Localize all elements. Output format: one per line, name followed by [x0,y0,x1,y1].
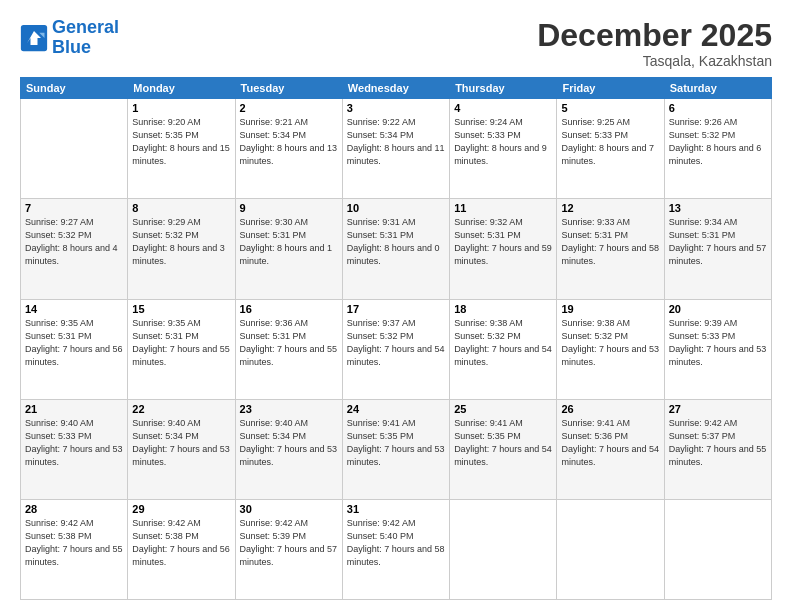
day-number: 9 [240,202,338,214]
location: Tasqala, Kazakhstan [537,53,772,69]
day-info: Sunrise: 9:38 AMSunset: 5:32 PMDaylight:… [561,318,659,367]
col-sunday: Sunday [21,78,128,99]
day-info: Sunrise: 9:25 AMSunset: 5:33 PMDaylight:… [561,117,654,166]
table-row: 24Sunrise: 9:41 AMSunset: 5:35 PMDayligh… [342,399,449,499]
table-row: 2Sunrise: 9:21 AMSunset: 5:34 PMDaylight… [235,99,342,199]
table-row: 26Sunrise: 9:41 AMSunset: 5:36 PMDayligh… [557,399,664,499]
table-row: 3Sunrise: 9:22 AMSunset: 5:34 PMDaylight… [342,99,449,199]
calendar-table: Sunday Monday Tuesday Wednesday Thursday… [20,77,772,600]
logo: General Blue [20,18,119,58]
logo-icon [20,24,48,52]
table-row: 21Sunrise: 9:40 AMSunset: 5:33 PMDayligh… [21,399,128,499]
day-info: Sunrise: 9:40 AMSunset: 5:34 PMDaylight:… [132,418,230,467]
table-row: 27Sunrise: 9:42 AMSunset: 5:37 PMDayligh… [664,399,771,499]
day-number: 27 [669,403,767,415]
table-row: 17Sunrise: 9:37 AMSunset: 5:32 PMDayligh… [342,299,449,399]
table-row: 13Sunrise: 9:34 AMSunset: 5:31 PMDayligh… [664,199,771,299]
day-number: 26 [561,403,659,415]
day-info: Sunrise: 9:21 AMSunset: 5:34 PMDaylight:… [240,117,338,166]
table-row [450,499,557,599]
day-info: Sunrise: 9:24 AMSunset: 5:33 PMDaylight:… [454,117,547,166]
table-row: 30Sunrise: 9:42 AMSunset: 5:39 PMDayligh… [235,499,342,599]
day-number: 8 [132,202,230,214]
table-row: 15Sunrise: 9:35 AMSunset: 5:31 PMDayligh… [128,299,235,399]
table-row: 1Sunrise: 9:20 AMSunset: 5:35 PMDaylight… [128,99,235,199]
table-row: 11Sunrise: 9:32 AMSunset: 5:31 PMDayligh… [450,199,557,299]
day-info: Sunrise: 9:41 AMSunset: 5:35 PMDaylight:… [454,418,552,467]
day-info: Sunrise: 9:41 AMSunset: 5:35 PMDaylight:… [347,418,445,467]
header: General Blue December 2025 Tasqala, Kaza… [20,18,772,69]
day-info: Sunrise: 9:34 AMSunset: 5:31 PMDaylight:… [669,217,767,266]
day-number: 22 [132,403,230,415]
table-row: 14Sunrise: 9:35 AMSunset: 5:31 PMDayligh… [21,299,128,399]
table-row: 20Sunrise: 9:39 AMSunset: 5:33 PMDayligh… [664,299,771,399]
day-info: Sunrise: 9:40 AMSunset: 5:33 PMDaylight:… [25,418,123,467]
day-number: 31 [347,503,445,515]
day-number: 15 [132,303,230,315]
day-number: 21 [25,403,123,415]
day-info: Sunrise: 9:42 AMSunset: 5:39 PMDaylight:… [240,518,338,567]
day-info: Sunrise: 9:20 AMSunset: 5:35 PMDaylight:… [132,117,230,166]
table-row [21,99,128,199]
day-number: 25 [454,403,552,415]
day-number: 18 [454,303,552,315]
day-info: Sunrise: 9:42 AMSunset: 5:40 PMDaylight:… [347,518,445,567]
day-number: 3 [347,102,445,114]
day-number: 1 [132,102,230,114]
day-info: Sunrise: 9:42 AMSunset: 5:38 PMDaylight:… [25,518,123,567]
day-info: Sunrise: 9:41 AMSunset: 5:36 PMDaylight:… [561,418,659,467]
day-number: 4 [454,102,552,114]
col-friday: Friday [557,78,664,99]
page: General Blue December 2025 Tasqala, Kaza… [0,0,792,612]
day-info: Sunrise: 9:42 AMSunset: 5:38 PMDaylight:… [132,518,230,567]
day-number: 5 [561,102,659,114]
table-row: 16Sunrise: 9:36 AMSunset: 5:31 PMDayligh… [235,299,342,399]
day-number: 2 [240,102,338,114]
day-number: 17 [347,303,445,315]
day-info: Sunrise: 9:26 AMSunset: 5:32 PMDaylight:… [669,117,762,166]
table-row: 23Sunrise: 9:40 AMSunset: 5:34 PMDayligh… [235,399,342,499]
day-info: Sunrise: 9:29 AMSunset: 5:32 PMDaylight:… [132,217,225,266]
day-number: 10 [347,202,445,214]
table-row: 8Sunrise: 9:29 AMSunset: 5:32 PMDaylight… [128,199,235,299]
day-number: 19 [561,303,659,315]
day-number: 30 [240,503,338,515]
day-info: Sunrise: 9:35 AMSunset: 5:31 PMDaylight:… [132,318,230,367]
col-wednesday: Wednesday [342,78,449,99]
table-row: 31Sunrise: 9:42 AMSunset: 5:40 PMDayligh… [342,499,449,599]
table-row: 4Sunrise: 9:24 AMSunset: 5:33 PMDaylight… [450,99,557,199]
col-saturday: Saturday [664,78,771,99]
day-info: Sunrise: 9:36 AMSunset: 5:31 PMDaylight:… [240,318,338,367]
table-row [664,499,771,599]
logo-line1: General [52,17,119,37]
day-number: 16 [240,303,338,315]
col-thursday: Thursday [450,78,557,99]
day-info: Sunrise: 9:33 AMSunset: 5:31 PMDaylight:… [561,217,659,266]
logo-line2: Blue [52,37,91,57]
table-row: 18Sunrise: 9:38 AMSunset: 5:32 PMDayligh… [450,299,557,399]
col-tuesday: Tuesday [235,78,342,99]
calendar-header-row: Sunday Monday Tuesday Wednesday Thursday… [21,78,772,99]
day-info: Sunrise: 9:39 AMSunset: 5:33 PMDaylight:… [669,318,767,367]
day-info: Sunrise: 9:32 AMSunset: 5:31 PMDaylight:… [454,217,552,266]
day-number: 7 [25,202,123,214]
day-number: 29 [132,503,230,515]
table-row: 10Sunrise: 9:31 AMSunset: 5:31 PMDayligh… [342,199,449,299]
day-info: Sunrise: 9:35 AMSunset: 5:31 PMDaylight:… [25,318,123,367]
table-row: 12Sunrise: 9:33 AMSunset: 5:31 PMDayligh… [557,199,664,299]
table-row: 5Sunrise: 9:25 AMSunset: 5:33 PMDaylight… [557,99,664,199]
month-title: December 2025 [537,18,772,53]
table-row: 28Sunrise: 9:42 AMSunset: 5:38 PMDayligh… [21,499,128,599]
day-number: 23 [240,403,338,415]
title-block: December 2025 Tasqala, Kazakhstan [537,18,772,69]
table-row [557,499,664,599]
day-number: 20 [669,303,767,315]
day-number: 11 [454,202,552,214]
day-number: 6 [669,102,767,114]
day-info: Sunrise: 9:30 AMSunset: 5:31 PMDaylight:… [240,217,333,266]
day-number: 14 [25,303,123,315]
day-number: 13 [669,202,767,214]
table-row: 19Sunrise: 9:38 AMSunset: 5:32 PMDayligh… [557,299,664,399]
day-info: Sunrise: 9:37 AMSunset: 5:32 PMDaylight:… [347,318,445,367]
day-info: Sunrise: 9:42 AMSunset: 5:37 PMDaylight:… [669,418,767,467]
